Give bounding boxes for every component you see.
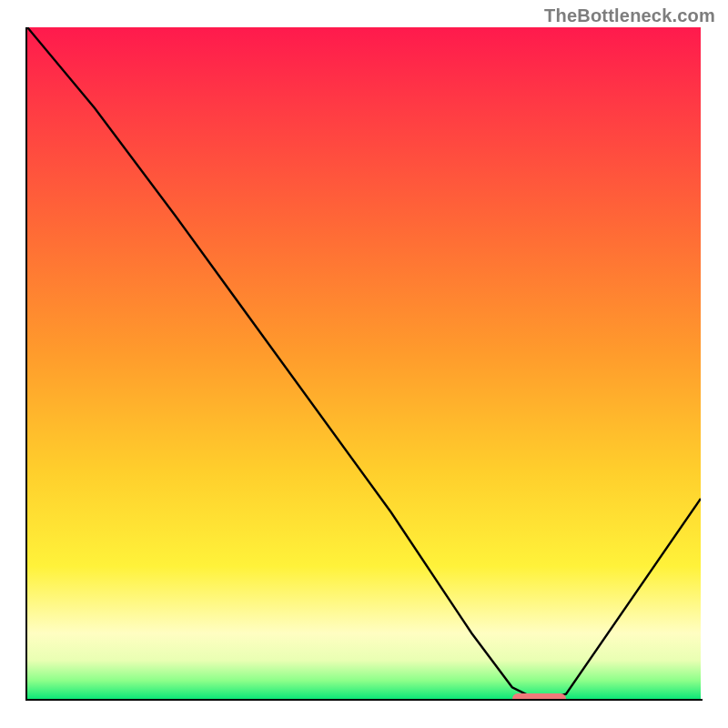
bottleneck-curve [27,27,701,701]
plot-area [27,27,701,701]
chart-canvas: TheBottleneck.com [0,0,728,728]
x-axis [25,699,703,701]
y-axis [25,27,27,701]
watermark-text: TheBottleneck.com [544,5,715,26]
